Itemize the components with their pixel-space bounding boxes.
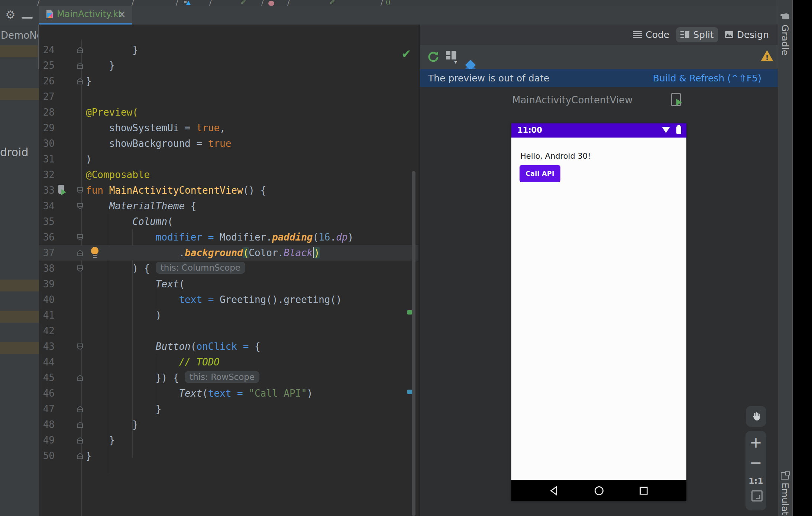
code-line-24[interactable]: 24 }	[39, 42, 418, 58]
code-line-32[interactable]: 32@Composable	[39, 167, 418, 183]
run-on-device-icon[interactable]	[671, 93, 681, 106]
project-item-label[interactable]: droid	[0, 146, 28, 159]
wifi-icon	[662, 127, 670, 133]
code-text: modifier = Modifier.padding(16.dp)	[86, 229, 353, 245]
code-line-29[interactable]: 29 showSystemUi = true,	[39, 120, 418, 136]
fold-marker-icon[interactable]	[77, 234, 83, 241]
fold-marker-icon[interactable]	[77, 375, 83, 381]
editor-scrollbar[interactable]	[412, 171, 415, 516]
project-panel: DemoNet droid	[0, 25, 39, 516]
mode-design-button[interactable]: Design	[721, 27, 773, 42]
code-line-31[interactable]: 31)	[39, 151, 418, 167]
mode-code-button[interactable]: Code	[628, 27, 674, 42]
call-api-button[interactable]: Call API	[520, 165, 560, 182]
code-line-47[interactable]: 47 }	[39, 401, 418, 417]
zoom-fit-button[interactable]	[751, 490, 763, 502]
fold-marker-icon[interactable]	[77, 406, 83, 412]
code-line-38[interactable]: 38 ) { this: ColumnScope	[39, 261, 418, 276]
mode-split-button[interactable]: Split	[676, 27, 718, 42]
code-line-30[interactable]: 30 showBackground = true	[39, 136, 418, 151]
refresh-icon[interactable]	[427, 50, 440, 65]
gradle-tool-button[interactable]: Gradle	[780, 25, 790, 55]
code-line-50[interactable]: 50}	[39, 448, 418, 464]
fold-marker-icon[interactable]	[77, 250, 83, 256]
line-number: 49	[39, 432, 55, 448]
gear-icon[interactable]: ⚙	[4, 6, 17, 24]
preview-canvas[interactable]: MainActivityContentView 11:00 Hello, And…	[420, 87, 778, 516]
code-text: fun MainActivityContentView() {	[86, 183, 266, 198]
fold-marker-icon[interactable]	[77, 62, 83, 69]
fold-marker-icon[interactable]	[77, 422, 83, 428]
vcs-change-mark[interactable]	[407, 310, 412, 315]
fold-marker-icon[interactable]	[77, 344, 83, 350]
code-line-46[interactable]: 46 Text(text = "Call API")	[39, 386, 418, 401]
device-screen: Hello, Android 30! Call API	[511, 138, 686, 480]
code-line-45[interactable]: 45 }) { this: RowScope	[39, 370, 418, 386]
zoom-ratio-button[interactable]: 1:1	[745, 476, 766, 486]
fold-marker-icon[interactable]	[77, 437, 83, 444]
run-preview-icon[interactable]	[58, 185, 66, 195]
tree-selected-row[interactable]	[0, 342, 39, 354]
code-line-25[interactable]: 25 }	[39, 58, 418, 73]
code-editor[interactable]: 24 }25 }26}2728@Preview(29 showSystemUi …	[39, 25, 418, 516]
code-line-48[interactable]: 48 }	[39, 417, 418, 432]
nav-recents-icon[interactable]	[638, 485, 650, 497]
fold-marker-icon[interactable]	[77, 453, 83, 459]
code-line-49[interactable]: 49 }	[39, 432, 418, 448]
tab-mainactivity[interactable]: MainActivity.kt ×	[39, 6, 132, 25]
code-line-42[interactable]: 42	[39, 323, 418, 339]
layout-options-icon[interactable]: ▾	[446, 50, 457, 61]
code-line-39[interactable]: 39 Text(	[39, 276, 418, 292]
device-preview-frame[interactable]: 11:00 Hello, Android 30! Call API	[511, 123, 686, 501]
code-text: }	[86, 448, 92, 464]
code-line-40[interactable]: 40 text = Greeting().greeting()	[39, 292, 418, 307]
fold-marker-icon[interactable]	[77, 78, 83, 84]
code-line-28[interactable]: 28@Preview(	[39, 104, 418, 120]
design-view-icon	[725, 31, 733, 38]
pan-tool-button[interactable]	[746, 406, 766, 427]
code-line-26[interactable]: 26}	[39, 73, 418, 89]
fold-marker-icon[interactable]	[77, 187, 83, 194]
code-line-43[interactable]: 43 Button(onClick = {	[39, 339, 418, 354]
fold-marker-icon[interactable]	[77, 203, 83, 209]
tree-selected-row[interactable]	[0, 280, 39, 291]
code-line-33[interactable]: 33fun MainActivityContentView() {	[39, 183, 418, 198]
vcs-change-mark[interactable]	[407, 390, 412, 394]
line-number: 46	[39, 386, 55, 401]
fold-marker-icon[interactable]	[77, 265, 83, 272]
code-text: @Composable	[86, 167, 150, 183]
code-line-36[interactable]: 36 modifier = Modifier.padding(16.dp)	[39, 229, 418, 245]
code-line-44[interactable]: 44 // TODO	[39, 354, 418, 370]
nav-home-icon[interactable]	[593, 485, 605, 497]
hand-icon	[751, 411, 761, 422]
warning-icon[interactable]: !	[761, 50, 773, 61]
line-number: 32	[39, 167, 55, 183]
zoom-in-button[interactable]: +	[745, 434, 766, 451]
right-tool-window-bar: Gradle Emulator	[778, 0, 793, 516]
battery-icon	[676, 126, 681, 134]
line-number: 38	[39, 261, 55, 276]
emulator-tool-button[interactable]: Emulator	[780, 483, 790, 516]
preview-composable-title[interactable]: MainActivityContentView	[512, 94, 633, 106]
tree-selected-row[interactable]	[0, 311, 39, 323]
code-text: showSystemUi = true,	[86, 120, 226, 136]
code-line-41[interactable]: 41 )	[39, 307, 418, 323]
inspections-ok-icon[interactable]: ✔	[401, 47, 411, 61]
line-number: 27	[39, 89, 55, 104]
close-icon[interactable]: ×	[118, 9, 126, 20]
editor-tab-bar: ⚙ MainActivity.kt ×	[0, 6, 793, 25]
code-line-37[interactable]: 37 .background(Color.Black)	[39, 245, 418, 261]
function-glyph-icon: ␥	[241, 0, 246, 6]
nav-back-icon[interactable]	[549, 485, 560, 497]
build-refresh-link[interactable]: Build & Refresh (^⇧F5)	[653, 73, 761, 84]
hide-panel-icon[interactable]	[22, 17, 33, 19]
tree-selected-row[interactable]	[0, 45, 39, 57]
zoom-out-button[interactable]: −	[745, 454, 766, 471]
code-line-35[interactable]: 35 Column(	[39, 214, 418, 229]
line-number: 37	[39, 245, 55, 261]
code-line-27[interactable]: 27	[39, 89, 418, 104]
tree-selected-row[interactable]	[0, 88, 39, 100]
preview-toolbar: ▾ ▾ !	[420, 45, 778, 69]
fold-marker-icon[interactable]	[77, 47, 83, 53]
code-line-34[interactable]: 34 MaterialTheme {	[39, 198, 418, 214]
